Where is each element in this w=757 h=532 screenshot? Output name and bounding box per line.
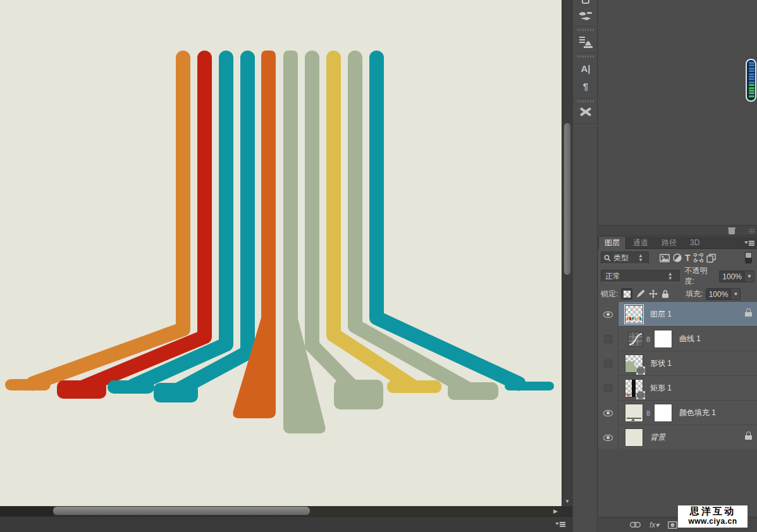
lock-row: 锁定: 填充: 100% ▼: [598, 286, 757, 301]
lock-label: 锁定:: [601, 289, 618, 299]
layer-style-icon[interactable]: fx▾: [649, 521, 659, 529]
delete-icon[interactable]: [728, 227, 735, 234]
panel-partial-icon[interactable]: [575, 0, 596, 5]
fill-layer-thumbnail[interactable]: [625, 404, 643, 422]
scroll-down-arrow-icon[interactable]: ▼: [563, 499, 571, 505]
layer-row-layer1[interactable]: 图层 1: [598, 302, 757, 327]
status-bar-menu-icon[interactable]: [555, 521, 565, 528]
fill-label: 填充:: [686, 289, 703, 299]
link-layers-icon[interactable]: [630, 522, 641, 528]
visibility-toggle[interactable]: [598, 376, 619, 401]
tab-channels[interactable]: 通道: [627, 237, 654, 249]
brush-presets-icon[interactable]: [575, 8, 596, 24]
stripe-10: [377, 58, 519, 384]
vector-mask-badge-icon: [636, 366, 645, 375]
mask-link-icon[interactable]: 8: [645, 335, 651, 344]
add-mask-icon[interactable]: [668, 521, 677, 529]
hidden-eye-box: [604, 360, 612, 368]
photoshop-window: ▼ ▶: [0, 0, 757, 532]
layer-mask-thumbnail[interactable]: [654, 330, 672, 348]
lock-all-button[interactable]: [662, 290, 669, 298]
filter-shape-layers-icon[interactable]: [694, 253, 703, 262]
layer-name[interactable]: 曲线 1: [679, 327, 701, 351]
visibility-toggle[interactable]: [598, 302, 619, 327]
document-canvas[interactable]: [0, 0, 562, 506]
layer-row-rect1[interactable]: 矩形 1: [598, 376, 757, 401]
search-icon: [604, 255, 611, 262]
horizontal-scrollbar-track[interactable]: [0, 506, 53, 516]
curves-adjustment-icon[interactable]: [628, 332, 643, 347]
filter-type-layers-icon[interactable]: T: [685, 253, 691, 263]
layer-thumbnail[interactable]: [625, 379, 643, 397]
filter-kind-label: 类型: [613, 253, 629, 263]
filter-kind-select[interactable]: 类型 ▲▼: [601, 251, 649, 264]
layer-name[interactable]: 矩形 1: [650, 376, 672, 401]
watermark-title: 思洋互动: [678, 505, 748, 517]
dock-grip[interactable]: [577, 29, 594, 31]
layer-name[interactable]: 颜色填充 1: [679, 401, 716, 425]
canvas-status-bar: [0, 516, 572, 532]
vertical-scrollbar[interactable]: ▼: [562, 0, 572, 506]
layer-row-background[interactable]: 背景: [598, 425, 757, 450]
clone-source-icon[interactable]: [575, 34, 596, 51]
lock-pixels-button[interactable]: [636, 289, 645, 298]
visibility-toggle[interactable]: [598, 401, 619, 425]
horizontal-scrollbar[interactable]: ▶: [0, 506, 562, 516]
tool-presets-icon[interactable]: [575, 104, 596, 120]
opacity-value[interactable]: 100%: [719, 270, 745, 282]
layer-mask-thumbnail[interactable]: [654, 404, 672, 422]
panel-column: 图层 通道 路径 3D 类型 ▲▼ T: [598, 0, 757, 532]
visibility-toggle[interactable]: [598, 327, 619, 351]
stripe-feet: [5, 379, 554, 409]
panel-menu-icon[interactable]: [744, 240, 754, 246]
visibility-toggle[interactable]: [598, 351, 619, 376]
blend-mode-row: 正常 ▲▼ 不透明度: 100% ▼: [598, 269, 757, 284]
blend-mode-select[interactable]: 正常 ▲▼: [601, 270, 680, 282]
tab-paths[interactable]: 路径: [656, 237, 682, 249]
filtering-toggle[interactable]: [745, 252, 752, 263]
vector-mask-badge-icon: [636, 391, 645, 399]
layer-name[interactable]: 形状 1: [650, 351, 672, 376]
scrollbar-corner: [562, 506, 572, 516]
opacity-dropdown-icon[interactable]: ▼: [745, 270, 754, 282]
lock-badge-icon: [745, 433, 752, 440]
scroll-right-arrow-icon[interactable]: ▶: [553, 508, 558, 514]
eye-icon: [603, 435, 613, 441]
stripe-1: [33, 58, 183, 384]
tab-3d[interactable]: 3D: [684, 237, 705, 249]
panel-tabbar: 图层 通道 路径 3D: [598, 237, 757, 249]
filter-smart-objects-icon[interactable]: [706, 253, 716, 263]
paragraph-panel-icon[interactable]: ¶: [575, 78, 596, 94]
layer-row-curves1[interactable]: 8 曲线 1: [598, 327, 757, 351]
layer-name[interactable]: 背景: [650, 425, 665, 450]
watermark: 思洋互动 www.ciya.cn: [678, 505, 748, 528]
blend-mode-value: 正常: [605, 271, 620, 282]
layer-row-colorfill1[interactable]: 8 颜色填充 1: [598, 401, 757, 425]
layer-thumbnail[interactable]: [625, 305, 643, 323]
dock-grip[interactable]: [577, 56, 594, 57]
fill-value[interactable]: 100%: [706, 288, 732, 300]
progress-indicator-widget: [746, 59, 756, 102]
lock-position-button[interactable]: [649, 289, 658, 298]
layer-thumbnail[interactable]: [625, 428, 643, 447]
tab-layers[interactable]: 图层: [598, 237, 626, 249]
layer-thumbnail[interactable]: [625, 354, 643, 373]
mask-link-icon[interactable]: 8: [645, 409, 651, 418]
dock-grip[interactable]: [577, 100, 594, 102]
vertical-scrollbar-thumb[interactable]: [564, 123, 570, 275]
panel-dock-strip: A| ¶: [572, 0, 598, 532]
layer-name[interactable]: 图层 1: [650, 302, 672, 327]
fill-dropdown-icon[interactable]: ▼: [731, 288, 741, 300]
eye-icon: [603, 311, 613, 318]
visibility-toggle[interactable]: [598, 425, 619, 450]
filter-adjustment-layers-icon[interactable]: [673, 253, 682, 262]
resize-grip-icon[interactable]: [749, 229, 755, 234]
watermark-url: www.ciya.cn: [678, 517, 748, 526]
horizontal-scrollbar-thumb[interactable]: [53, 507, 310, 515]
hidden-eye-box: [604, 384, 612, 392]
stripes-artwork: [0, 0, 562, 506]
filter-pixel-layers-icon[interactable]: [660, 254, 670, 262]
lock-transparency-button[interactable]: [621, 288, 632, 299]
layer-row-shape1[interactable]: 形状 1: [598, 351, 757, 376]
character-panel-icon[interactable]: A|: [575, 61, 596, 76]
